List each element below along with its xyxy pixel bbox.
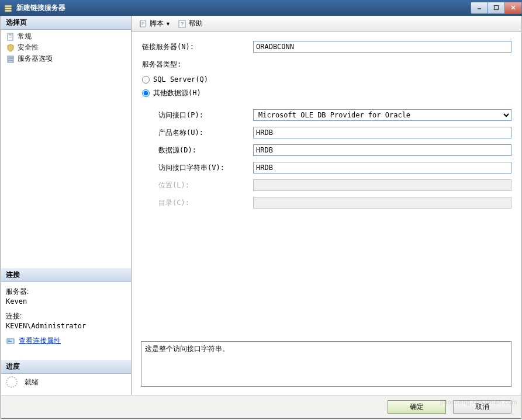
connection-label: 连接: <box>6 311 126 321</box>
linked-server-label: 链接服务器(N): <box>142 42 253 52</box>
sidebar-item-label: 常规 <box>18 32 32 41</box>
provider-string-label: 访问接口字符串(V): <box>142 163 253 173</box>
data-source-input[interactable] <box>253 144 511 156</box>
script-button[interactable]: 脚本 ▼ <box>136 18 173 30</box>
connection-value: KEVEN\Administrator <box>6 322 126 330</box>
server-type-label: 服务器类型: <box>142 60 253 70</box>
catalog-label: 目录(C): <box>142 198 253 208</box>
svg-rect-9 <box>9 36 12 36</box>
radio-sql-server[interactable] <box>142 76 150 84</box>
location-input <box>253 179 511 191</box>
help-icon: ? <box>178 19 187 29</box>
window-title: 新建链接服务器 <box>16 3 65 13</box>
svg-rect-8 <box>9 34 12 35</box>
svg-rect-15 <box>8 340 10 341</box>
button-bar: 确定 取消 jiaocheng.chazidian.com <box>1 395 521 418</box>
provider-string-input[interactable] <box>253 162 511 173</box>
sidebar-item-label: 服务器选项 <box>18 54 53 64</box>
ok-button[interactable]: 确定 <box>388 400 446 414</box>
help-button[interactable]: ? 帮助 <box>175 18 205 30</box>
maximize-button[interactable] <box>488 2 505 14</box>
svg-rect-16 <box>8 341 12 342</box>
sidebar: 选择页 常规 安全性 服务器选项 连接 服务器: Keven <box>1 16 132 395</box>
radio-other-source[interactable] <box>142 89 150 97</box>
script-icon <box>139 19 148 29</box>
minimize-button[interactable] <box>471 2 488 14</box>
close-button[interactable] <box>504 2 522 14</box>
view-connection-properties-link[interactable]: 查看连接属性 <box>19 336 61 346</box>
svg-rect-10 <box>9 37 12 37</box>
provider-select[interactable]: Microsoft OLE DB Provider for Oracle <box>253 109 511 121</box>
svg-rect-1 <box>5 8 12 9</box>
properties-icon <box>6 336 15 346</box>
message-box: 这是整个访问接口字符串。 <box>141 341 511 387</box>
server-value: Keven <box>6 297 126 306</box>
location-label: 位置(L): <box>142 181 253 190</box>
app-icon <box>4 4 13 13</box>
server-options-icon <box>6 54 15 64</box>
svg-rect-0 <box>5 5 12 7</box>
titlebar: 新建链接服务器 <box>0 0 522 16</box>
connection-header: 连接 <box>1 268 131 282</box>
server-label: 服务器: <box>6 287 126 297</box>
svg-rect-2 <box>5 10 12 12</box>
data-source-label: 数据源(D): <box>142 145 253 155</box>
svg-rect-12 <box>8 58 13 60</box>
progress-spinner-icon <box>6 376 18 388</box>
product-name-input[interactable] <box>253 127 511 138</box>
svg-rect-11 <box>8 56 13 58</box>
security-icon <box>6 43 15 53</box>
sidebar-item-server-options[interactable]: 服务器选项 <box>4 53 129 64</box>
catalog-input <box>253 197 511 209</box>
sidebar-item-label: 安全性 <box>18 43 39 53</box>
progress-status: 就绪 <box>25 377 39 387</box>
cancel-button[interactable]: 取消 <box>453 400 511 414</box>
svg-rect-4 <box>495 6 499 10</box>
select-page-header: 选择页 <box>1 16 131 30</box>
progress-header: 进度 <box>1 360 131 374</box>
radio-sql-server-label[interactable]: SQL Server(Q) <box>153 75 208 84</box>
chevron-down-icon: ▼ <box>165 21 171 27</box>
toolbar: 脚本 ▼ ? 帮助 <box>132 16 521 32</box>
page-icon <box>6 32 15 41</box>
linked-server-input[interactable] <box>253 41 511 53</box>
help-label: 帮助 <box>189 19 203 29</box>
sidebar-item-general[interactable]: 常规 <box>4 31 129 42</box>
product-name-label: 产品名称(U): <box>142 128 253 138</box>
sidebar-item-security[interactable]: 安全性 <box>4 42 129 53</box>
svg-text:?: ? <box>181 21 184 27</box>
script-label: 脚本 <box>150 19 164 29</box>
window-controls <box>471 2 522 14</box>
provider-label: 访问接口(P): <box>142 110 253 120</box>
radio-other-source-label[interactable]: 其他数据源(H) <box>153 88 201 98</box>
right-pane: 脚本 ▼ ? 帮助 链接服务器(N): 服务器类型: SQ <box>132 16 521 395</box>
svg-rect-13 <box>8 61 13 63</box>
